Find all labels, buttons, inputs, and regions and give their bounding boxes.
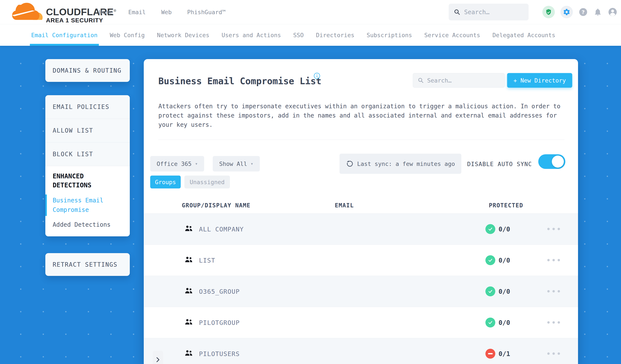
protected-count: 0/0 xyxy=(499,288,510,295)
group-name: LIST xyxy=(199,257,215,264)
sidebar-item-business-email-compromise[interactable]: Business Email Compromise xyxy=(53,196,122,215)
column-email: EMAIL xyxy=(335,202,354,209)
protected-check-icon xyxy=(485,286,495,296)
group-icon xyxy=(184,225,193,233)
protected-count: 0/1 xyxy=(499,350,510,358)
group-icon xyxy=(184,287,193,295)
sidebar-item-domains-routing[interactable]: DOMAINS & ROUTING xyxy=(45,59,130,82)
list-search-input[interactable] xyxy=(427,77,496,84)
tab-service-accounts[interactable]: Service Accounts xyxy=(424,24,480,46)
primary-nav: Home Email Web PhishGuard™ xyxy=(99,0,226,24)
protected-check-icon xyxy=(485,255,495,265)
sidebar-item-allow-list[interactable]: ALLOW LIST xyxy=(45,119,130,142)
tab-network-devices[interactable]: Network Devices xyxy=(157,24,209,46)
header-icons: ? xyxy=(542,0,618,24)
protected-count: 0/0 xyxy=(499,319,510,326)
divider xyxy=(158,140,565,140)
notifications-bell-icon[interactable] xyxy=(593,8,602,16)
content-background: DOMAINS & ROUTING EMAIL POLICIES ALLOW L… xyxy=(0,46,621,364)
sidebar-item-email-policies[interactable]: EMAIL POLICIES xyxy=(45,95,130,119)
tab-delegated-accounts[interactable]: Delegated Accounts xyxy=(493,24,555,46)
sidebar-item-retract-settings[interactable]: RETRACT SETTINGS xyxy=(45,253,130,276)
svg-text:?: ? xyxy=(582,9,585,15)
nav-home[interactable]: Home xyxy=(99,9,113,16)
column-group-display-name: GROUP/DISPLAY NAME xyxy=(182,202,251,209)
tab-groups[interactable]: Groups xyxy=(150,175,181,189)
table-row[interactable]: ALL COMPANY 0/0 xyxy=(144,213,578,244)
global-search[interactable] xyxy=(449,4,529,20)
nav-phishguard[interactable]: PhishGuard™ xyxy=(187,9,226,16)
search-icon xyxy=(418,77,424,83)
help-icon[interactable]: ? xyxy=(578,7,588,17)
tab-web-config[interactable]: Web Config xyxy=(110,24,145,46)
group-icon xyxy=(184,349,193,358)
list-search[interactable] xyxy=(413,73,505,88)
row-actions-button[interactable] xyxy=(547,228,560,230)
group-icon xyxy=(184,318,193,326)
sidebar-item-block-list[interactable]: BLOCK LIST xyxy=(45,142,130,166)
row-actions-button[interactable] xyxy=(547,259,560,261)
table-header: GROUP/DISPLAY NAME EMAIL PROTECTED xyxy=(144,202,578,213)
expand-row-button[interactable] xyxy=(153,351,163,364)
table-body: ALL COMPANY 0/0 LIST 0/0 xyxy=(144,213,578,364)
security-shield-icon[interactable] xyxy=(542,6,555,18)
row-actions-button[interactable] xyxy=(547,352,560,355)
sidebar-item-added-detections[interactable]: Added Detections xyxy=(53,221,122,228)
show-filter-select[interactable]: Show All ▾ xyxy=(213,156,260,172)
table-row[interactable]: PILOTGROUP 0/0 xyxy=(144,307,578,338)
chevron-down-icon: ▾ xyxy=(195,161,198,166)
tab-directories[interactable]: Directories xyxy=(316,24,354,46)
tab-users-and-actions[interactable]: Users and Actions xyxy=(222,24,281,46)
row-actions-button[interactable] xyxy=(547,321,560,324)
tab-subscriptions[interactable]: Subscriptions xyxy=(367,24,412,46)
table-row[interactable]: O365_GROUP 0/0 xyxy=(144,276,578,307)
account-avatar-icon[interactable] xyxy=(608,7,618,17)
global-search-input[interactable] xyxy=(464,9,520,16)
info-icon[interactable] xyxy=(313,72,320,80)
section-nav: Email Configuration Web Config Network D… xyxy=(0,24,621,46)
enhanced-detections-title[interactable]: ENHANCED DETECTIONS xyxy=(53,172,122,190)
search-icon xyxy=(454,9,460,15)
toggle-knob xyxy=(552,156,564,168)
protected-check-icon xyxy=(485,224,495,234)
tab-sso[interactable]: SSO xyxy=(293,24,304,46)
last-sync-text: Last sync: a few minutes ago xyxy=(357,160,455,167)
nav-email[interactable]: Email xyxy=(128,9,146,16)
auto-sync-toggle[interactable] xyxy=(538,154,565,169)
protected-count: 0/0 xyxy=(499,257,510,264)
cloudflare-cloud-icon xyxy=(11,1,44,23)
refresh-icon[interactable] xyxy=(346,160,354,168)
protected-check-icon xyxy=(485,318,495,328)
chevron-right-icon xyxy=(156,357,160,363)
sidebar-menu-card: EMAIL POLICIES ALLOW LIST BLOCK LIST ENH… xyxy=(45,95,130,236)
not-protected-icon xyxy=(485,349,495,359)
group-name: ALL COMPANY xyxy=(199,225,244,233)
last-sync-status: Last sync: a few minutes ago xyxy=(340,154,461,174)
chevron-down-icon: ▾ xyxy=(251,161,253,166)
settings-gear-icon[interactable] xyxy=(560,6,573,18)
page-title: Business Email Compromise List xyxy=(158,76,321,87)
main-panel: Business Email Compromise List + New Dir… xyxy=(144,59,578,364)
page-description: Attackers often try to impersonate execu… xyxy=(158,102,562,129)
tab-email-configuration[interactable]: Email Configuration xyxy=(31,24,98,46)
column-protected: PROTECTED xyxy=(489,202,523,209)
group-icon xyxy=(184,256,193,264)
sidebar-section-enhanced-detections: ENHANCED DETECTIONS Business Email Compr… xyxy=(45,166,130,236)
group-name: O365_GROUP xyxy=(199,288,240,295)
group-name: PILOTGROUP xyxy=(199,319,240,326)
new-directory-button[interactable]: + New Directory xyxy=(507,73,572,88)
directory-select[interactable]: Office 365 ▾ xyxy=(150,156,204,172)
show-filter-value: Show All xyxy=(219,160,247,167)
row-actions-button[interactable] xyxy=(547,290,560,293)
directory-select-value: Office 365 xyxy=(157,160,192,167)
nav-web[interactable]: Web xyxy=(161,9,172,16)
protected-count: 0/0 xyxy=(499,225,510,233)
group-name: PILOTUSERS xyxy=(199,350,240,358)
tab-unassigned[interactable]: Unassigned xyxy=(184,175,230,189)
table-row[interactable]: PILOTUSERS 0/1 xyxy=(144,338,578,364)
table-row[interactable]: LIST 0/0 xyxy=(144,244,578,276)
auto-sync-label: DISABLE AUTO SYNC xyxy=(467,161,532,167)
top-header: CLOUDFLARE® AREA 1 SECURITY Home Email W… xyxy=(0,0,621,24)
